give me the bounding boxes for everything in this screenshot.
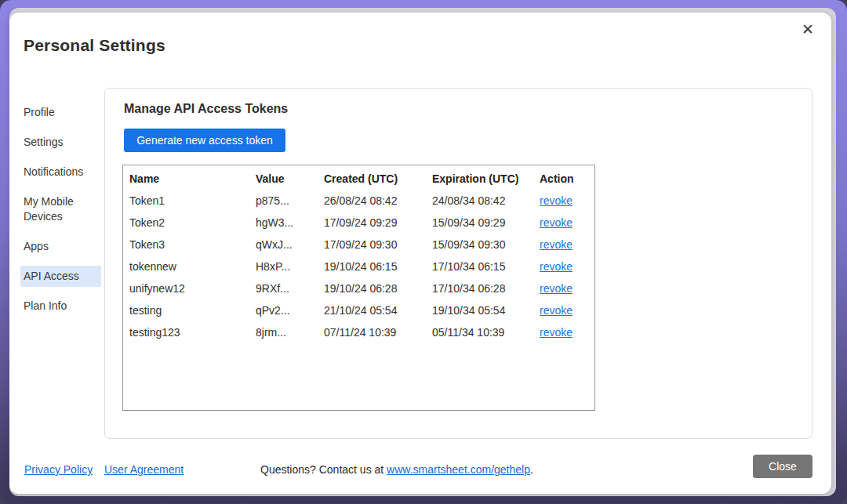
sidebar-item-apps[interactable]: Apps [20,236,101,257]
revoke-link[interactable]: revoke [540,216,573,229]
api-access-panel: Manage API Access Tokens Generate new ac… [104,88,812,439]
token-expiration: 15/09/34 09:29 [426,212,533,234]
table-row: testing123 8jrm... 07/11/24 10:39 05/11/… [123,321,595,343]
token-created: 17/09/24 09:29 [318,212,426,234]
table-row: Token3 qWxJ... 17/09/24 09:30 15/09/34 0… [123,234,595,256]
user-agreement-link[interactable]: User Agreement [104,463,184,476]
panel-heading: Manage API Access Tokens [124,102,288,116]
token-value: 9RXf... [249,277,318,299]
sidebar-item-my-mobile-devices[interactable]: My Mobile Devices [20,191,101,227]
token-created: 21/10/24 05:54 [318,299,426,321]
token-value: qPv2... [249,299,318,321]
token-created: 19/10/24 06:15 [318,256,426,277]
personal-settings-dialog: Personal Settings ✕ Profile Settings Not… [9,13,831,494]
token-created: 07/11/24 10:39 [318,321,426,343]
token-name: tokennew [123,256,249,277]
token-expiration: 19/10/34 05:54 [426,299,533,321]
sidebar-item-notifications[interactable]: Notifications [20,161,101,183]
close-icon[interactable]: ✕ [798,20,817,39]
window-frame: Personal Settings ✕ Profile Settings Not… [0,0,847,504]
token-name: Token3 [123,234,249,256]
token-table-container: Name Value Created (UTC) Expiration (UTC… [122,165,595,411]
table-header-row: Name Value Created (UTC) Expiration (UTC… [123,165,595,190]
token-value: qWxJ... [249,234,318,256]
gethelp-link[interactable]: www.smartsheet.com/gethelp [387,463,530,476]
token-name: testing [123,299,249,321]
token-name: testing123 [123,321,249,343]
col-header-action: Action [533,165,595,190]
close-button[interactable]: Close [753,455,812,478]
token-created: 26/08/24 08:42 [318,190,426,212]
sidebar-item-profile[interactable]: Profile [20,102,101,123]
contact-line: Questions? Contact us at www.smartsheet.… [260,463,533,476]
revoke-link[interactable]: revoke [540,238,573,251]
revoke-link[interactable]: revoke [540,304,573,317]
table-row: Token2 hgW3... 17/09/24 09:29 15/09/34 0… [123,212,595,234]
token-expiration: 24/08/34 08:42 [426,190,533,212]
table-row: testing qPv2... 21/10/24 05:54 19/10/34 … [123,299,595,321]
sidebar-item-plan-info[interactable]: Plan Info [20,296,101,317]
token-name: Token1 [123,190,249,212]
table-row: Token1 p875... 26/08/24 08:42 24/08/34 0… [123,190,595,212]
generate-token-button[interactable]: Generate new access token [124,129,285,152]
token-expiration: 17/10/34 06:15 [426,256,533,277]
token-expiration: 15/09/34 09:30 [426,234,533,256]
table-row: unifynew12 9RXf... 19/10/24 06:28 17/10/… [123,277,595,299]
contact-suffix: . [530,463,533,476]
table-row: tokennew H8xP... 19/10/24 06:15 17/10/34… [123,256,595,277]
col-header-expiration: Expiration (UTC) [426,165,533,190]
revoke-link[interactable]: revoke [540,260,573,273]
token-name: Token2 [123,212,249,234]
token-expiration: 05/11/34 10:39 [426,321,533,343]
sidebar-item-api-access[interactable]: API Access [20,266,101,287]
token-value: H8xP... [249,256,318,277]
revoke-link[interactable]: revoke [540,282,573,295]
dialog-title: Personal Settings [24,36,165,55]
revoke-link[interactable]: revoke [540,326,573,339]
sidebar-item-settings[interactable]: Settings [20,132,101,153]
revoke-link[interactable]: revoke [540,194,573,207]
token-value: 8jrm... [249,321,318,343]
col-header-created: Created (UTC) [318,165,426,190]
privacy-policy-link[interactable]: Privacy Policy [24,463,93,476]
token-value: hgW3... [249,212,318,234]
token-created: 17/09/24 09:30 [318,234,426,256]
token-value: p875... [249,190,318,212]
col-header-name: Name [123,165,249,190]
contact-prefix: Questions? Contact us at [260,463,387,476]
token-expiration: 17/10/34 06:28 [426,277,533,299]
settings-sidebar: Profile Settings Notifications My Mobile… [20,102,101,325]
token-name: unifynew12 [123,277,249,299]
col-header-value: Value [249,165,318,190]
token-created: 19/10/24 06:28 [318,277,426,299]
token-table: Name Value Created (UTC) Expiration (UTC… [123,165,595,343]
